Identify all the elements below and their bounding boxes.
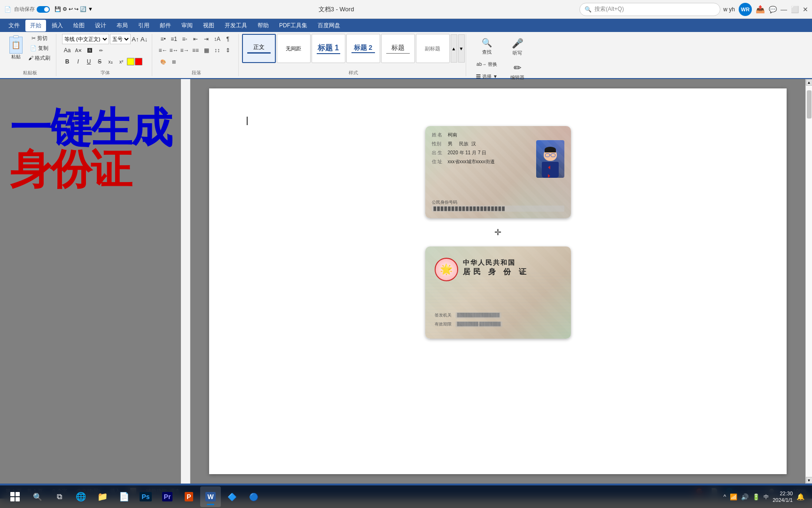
font-color-btn[interactable] (135, 58, 142, 65)
font-size-increase-btn[interactable]: A↑ (132, 34, 140, 44)
menu-insert[interactable]: 插入 (47, 20, 68, 32)
taskbar-notepad-btn[interactable]: 📄 (114, 486, 134, 507)
scroll-down-btn[interactable]: ▼ (806, 477, 812, 484)
align-center-btn[interactable]: ≡↔ (169, 45, 179, 56)
copy-btn[interactable]: 📄 复制 (26, 44, 52, 53)
line-spacing-btn[interactable]: ↕↕ (212, 45, 222, 56)
align-right-btn[interactable]: ≡→ (180, 45, 190, 56)
italic-btn[interactable]: I (73, 56, 83, 67)
search-bar[interactable]: 🔍 搜索(Alt+Q) (579, 3, 720, 16)
font-size-decrease-btn[interactable]: A↓ (140, 34, 148, 44)
indent-increase-btn[interactable]: ⇥ (201, 34, 211, 44)
user-avatar[interactable]: WR (739, 3, 752, 16)
highlight-btn[interactable]: 🅰 (85, 45, 95, 56)
keyboard-icon[interactable]: 中 (764, 493, 769, 500)
autosave-toggle[interactable]: 自动保存 (14, 6, 50, 13)
menu-mailings[interactable]: 邮件 (155, 20, 176, 32)
share-btn[interactable]: 📤 (756, 5, 765, 14)
sync-btn[interactable]: 🔄 (80, 6, 86, 12)
vertical-scrollbar[interactable]: ▲ ▼ (805, 79, 812, 484)
subscript-btn[interactable]: x₂ (105, 56, 116, 67)
volume-icon[interactable]: 🔊 (741, 493, 749, 500)
close-btn[interactable]: ✕ (803, 6, 808, 13)
maximize-btn[interactable]: ⬜ (791, 6, 799, 13)
shading-btn[interactable]: 🎨 (158, 56, 168, 67)
superscript-btn[interactable]: x² (116, 56, 126, 67)
save-quick-btn[interactable]: 💾 (55, 6, 61, 12)
menu-baidu[interactable]: 百度网盘 (313, 20, 345, 32)
style-heading2[interactable]: 标题 2 (346, 34, 380, 63)
style-normal[interactable]: 正文 (242, 34, 276, 63)
notification-btn[interactable]: 🔔 (796, 493, 804, 500)
taskbar-explorer-btn[interactable]: 📁 (92, 486, 113, 507)
taskbar-browser2-btn[interactable]: 🔵 (243, 486, 264, 507)
replace-btn[interactable]: ab→ 替换 (470, 59, 504, 70)
strikethrough-btn[interactable]: S (94, 56, 105, 67)
para-spacing-btn[interactable]: ⇕ (223, 45, 233, 56)
menu-dev[interactable]: 开发工具 (220, 20, 252, 32)
sort-btn[interactable]: ↕A (212, 34, 222, 44)
dictation-btn[interactable]: 🎤 听写 (511, 36, 524, 58)
tray-expand-btn[interactable]: ^ (724, 493, 726, 500)
menu-pdf[interactable]: PDF工具集 (274, 20, 312, 32)
highlight-color-btn[interactable] (127, 58, 134, 65)
style-scroll-up[interactable]: ▲ (451, 34, 457, 63)
border-btn[interactable]: ⊞ (169, 56, 179, 67)
scroll-up-btn[interactable]: ▲ (806, 79, 812, 86)
customize-btn[interactable]: ▼ (88, 6, 93, 12)
taskbar-ppt-btn[interactable]: P (179, 486, 199, 507)
clear-format-btn[interactable]: A✕ (73, 45, 84, 56)
network-icon[interactable]: 📶 (730, 493, 737, 500)
taskbar-search-btn[interactable]: 🔍 (27, 486, 48, 507)
taskbar-ps-btn[interactable]: Ps (135, 486, 156, 507)
taskbar-copilot-btn[interactable]: 🔷 (222, 486, 242, 507)
align-left-btn[interactable]: ≡← (158, 45, 168, 56)
taskbar-edge-btn[interactable]: 🌐 (70, 486, 91, 507)
underline-btn[interactable]: U (84, 56, 94, 67)
menu-review[interactable]: 审阅 (177, 20, 197, 32)
document-page[interactable]: 姓 名 柯南 性别 男 民族 汉 出 生 2020 年 (209, 88, 787, 474)
bold-btn[interactable]: B (62, 56, 72, 67)
undo-btn[interactable]: ↩ (69, 6, 73, 12)
scroll-track[interactable] (806, 86, 812, 477)
style-subtitle[interactable]: 副标题 (416, 34, 450, 63)
taskbar-taskview-btn[interactable]: ⧉ (49, 486, 70, 507)
number-list-btn[interactable]: ≡1 (169, 34, 179, 44)
menu-view[interactable]: 视图 (198, 20, 219, 32)
font-name-select[interactable]: 等线 (中文正文) (62, 34, 109, 44)
style-heading1[interactable]: 标题 1 (312, 34, 345, 63)
menu-file[interactable]: 文件 (4, 20, 24, 32)
outline-list-btn[interactable]: ≡◦ (180, 34, 190, 44)
toggle-switch[interactable] (37, 6, 50, 13)
menu-design[interactable]: 设计 (90, 20, 111, 32)
style-scroll-down[interactable]: ▼ (458, 34, 465, 63)
style-title[interactable]: 标题 (381, 34, 415, 63)
scroll-thumb[interactable] (807, 90, 812, 119)
comment-btn[interactable]: 💬 (769, 6, 777, 13)
format-painter-btn[interactable]: 🖌 格式刷 (26, 54, 52, 63)
find-btn[interactable]: 🔍 查找 (470, 36, 504, 57)
cut-btn[interactable]: ✂ 剪切 (26, 34, 52, 43)
font-case-btn[interactable]: Aa (62, 45, 72, 56)
indent-decrease-btn[interactable]: ⇤ (190, 34, 201, 44)
menu-references[interactable]: 引用 (133, 20, 154, 32)
taskbar-pr-btn[interactable]: Pr (157, 486, 178, 507)
font-size-select[interactable]: 五号 (110, 34, 131, 44)
show-hide-btn[interactable]: ¶ (223, 34, 233, 44)
start-btn[interactable] (4, 485, 26, 508)
taskbar-word-btn[interactable]: W (200, 486, 221, 507)
menu-layout[interactable]: 布局 (112, 20, 133, 32)
battery-icon[interactable]: 🔋 (752, 493, 760, 500)
bullet-list-btn[interactable]: ≡• (158, 34, 168, 44)
column-btn[interactable]: ▦ (201, 45, 211, 56)
align-justify-btn[interactable]: ≡≡ (190, 45, 201, 56)
system-clock[interactable]: 22:30 2024/1/1 (773, 490, 793, 504)
redo-btn[interactable]: ↪ (74, 6, 78, 12)
menu-home[interactable]: 开始 (25, 20, 46, 32)
char-spacing-btn[interactable]: ✏ (96, 45, 106, 56)
menu-help[interactable]: 帮助 (253, 20, 273, 32)
minimize-btn[interactable]: — (781, 6, 787, 13)
settings-quick-btn[interactable]: ⚙ (62, 6, 67, 12)
style-no-spacing[interactable]: 无间距 (277, 34, 311, 63)
menu-draw[interactable]: 绘图 (69, 20, 89, 32)
